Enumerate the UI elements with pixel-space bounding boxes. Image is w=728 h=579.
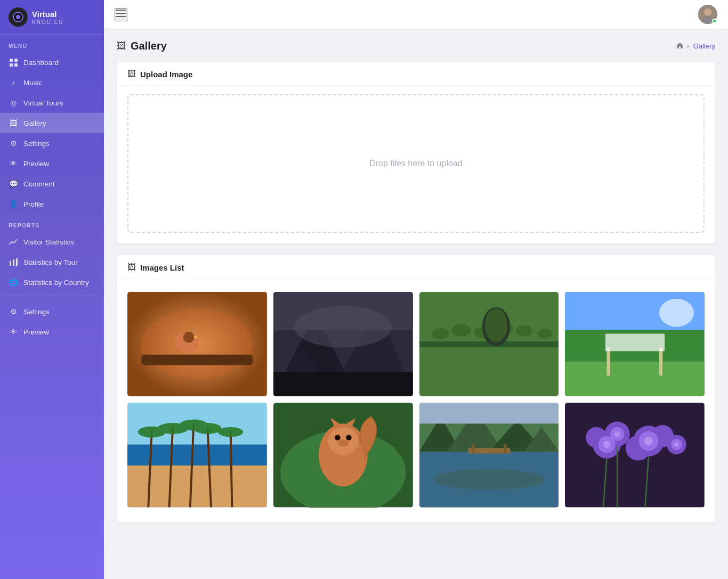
svg-point-30 — [432, 328, 448, 339]
hamburger-button[interactable] — [115, 8, 127, 21]
images-card-title: Images List — [140, 263, 184, 272]
svg-point-31 — [451, 324, 471, 337]
sidebar-item-visitor-statistics[interactable]: Visitor Statistics — [0, 232, 104, 252]
user-icon: 👤 — [9, 199, 18, 209]
sidebar-item-settings[interactable]: ⚙ Settings — [0, 133, 104, 153]
svg-rect-77 — [504, 445, 506, 454]
sidebar-item-stats-by-country[interactable]: 🌐 Statistics by Country — [0, 272, 104, 292]
svg-point-56 — [193, 423, 221, 434]
sidebar-item-settings2[interactable]: ⚙ Settings — [0, 301, 104, 322]
image-thumb-5[interactable] — [127, 403, 267, 507]
avatar-wrapper[interactable] — [698, 5, 717, 24]
eye-icon: 👁 — [9, 159, 18, 168]
svg-rect-27 — [273, 372, 413, 397]
svg-point-92 — [614, 431, 620, 437]
images-card-header: 🖼 Images List — [117, 255, 715, 279]
svg-point-93 — [675, 443, 679, 447]
sidebar: Virtual KNOU.EU MENU Dashboard ♪ Music ◎… — [0, 0, 104, 579]
image-thumb-6[interactable] — [273, 403, 413, 507]
music-icon: ♪ — [9, 78, 18, 87]
svg-rect-7 — [13, 259, 14, 266]
svg-point-37 — [485, 308, 507, 342]
grid-icon — [9, 58, 18, 67]
svg-point-34 — [515, 325, 532, 337]
svg-point-74 — [433, 469, 545, 490]
topbar — [104, 0, 728, 29]
upload-card-header: 🖼 Upload Image — [117, 62, 715, 86]
sidebar-logo[interactable]: Virtual KNOU.EU — [0, 0, 104, 35]
eye2-icon: 👁 — [9, 327, 18, 337]
bar-chart-icon — [9, 257, 18, 267]
settings-icon: ⚙ — [9, 138, 18, 148]
reports-section-label: REPORTS — [0, 214, 104, 232]
image-icon: 🖼 — [9, 118, 18, 128]
logo-name: Virtual — [32, 10, 64, 19]
sidebar-label-preview2: Preview — [23, 328, 49, 336]
upload-card-body: Drop files here to upload — [117, 86, 715, 243]
sidebar-item-dashboard[interactable]: Dashboard — [0, 52, 104, 72]
svg-point-57 — [218, 427, 243, 437]
sidebar-label-comment: Comment — [23, 180, 55, 188]
dropzone[interactable]: Drop files here to upload — [127, 94, 705, 233]
image-thumb-2[interactable] — [273, 292, 413, 396]
page-content: 🖼 Gallery » Gallery 🖼 Upload Image — [104, 29, 728, 579]
page-title-wrap: 🖼 Gallery — [117, 40, 167, 52]
image-thumb-4[interactable] — [565, 292, 705, 396]
sidebar-item-music[interactable]: ♪ Music — [0, 72, 104, 93]
sidebar-label-settings: Settings — [23, 140, 50, 148]
logo-tagline: KNOU.EU — [32, 19, 64, 25]
sidebar-item-preview2[interactable]: 👁 Preview — [0, 322, 104, 342]
upload-card: 🖼 Upload Image Drop files here to upload — [117, 62, 715, 243]
sidebar-item-stats-by-tour[interactable]: Statistics by Tour — [0, 252, 104, 272]
image-pine — [419, 292, 559, 396]
svg-rect-42 — [605, 334, 665, 352]
image-thumb-1[interactable] — [127, 292, 267, 396]
svg-point-19 — [183, 332, 195, 343]
sidebar-item-preview[interactable]: 👁 Preview — [0, 153, 104, 174]
image-thumb-7[interactable] — [419, 403, 559, 507]
sidebar-label-dashboard: Dashboard — [23, 59, 59, 67]
page-header: 🖼 Gallery » Gallery — [117, 40, 715, 52]
svg-point-90 — [603, 441, 610, 448]
svg-rect-76 — [472, 445, 474, 454]
svg-rect-40 — [607, 348, 611, 376]
svg-rect-3 — [14, 59, 18, 62]
upload-card-icon: 🖼 — [127, 69, 136, 79]
sidebar-label-gallery: Gallery — [23, 119, 46, 127]
page-title: Gallery — [131, 40, 167, 52]
svg-point-26 — [294, 306, 392, 348]
svg-rect-73 — [419, 403, 559, 423]
main-wrapper: 🖼 Gallery » Gallery 🖼 Upload Image — [104, 0, 728, 579]
svg-rect-6 — [10, 261, 11, 266]
image-thumb-8[interactable] — [565, 403, 705, 507]
image-squirrel — [273, 403, 413, 507]
sidebar-label-profile: Profile — [23, 200, 44, 208]
svg-rect-41 — [659, 348, 663, 376]
svg-point-35 — [537, 329, 553, 338]
breadcrumb-current: Gallery — [693, 42, 715, 50]
sidebar-item-virtual-tours[interactable]: ◎ Virtual Tours — [0, 93, 104, 113]
sidebar-label-preview: Preview — [23, 160, 49, 168]
images-card-body — [117, 279, 715, 523]
svg-rect-2 — [10, 59, 13, 62]
svg-point-13 — [704, 9, 711, 16]
svg-point-1 — [16, 15, 20, 19]
images-grid — [127, 288, 705, 512]
sidebar-item-gallery[interactable]: 🖼 Gallery — [0, 113, 104, 133]
sidebar-item-profile[interactable]: 👤 Profile — [0, 194, 104, 214]
location-icon: ◎ — [9, 98, 18, 108]
logo-text-wrap: Virtual KNOU.EU — [32, 10, 64, 25]
sidebar-label-stats-country: Statistics by Country — [23, 279, 89, 287]
svg-rect-39 — [565, 362, 705, 396]
sidebar-item-comment[interactable]: 💬 Comment — [0, 174, 104, 194]
image-thumb-3[interactable] — [419, 292, 559, 396]
dropzone-text: Drop files here to upload — [369, 159, 462, 168]
images-card: 🖼 Images List — [117, 255, 715, 523]
breadcrumb-sep: » — [686, 42, 690, 50]
sidebar-label-music: Music — [23, 79, 42, 87]
svg-rect-4 — [10, 63, 13, 67]
image-flowers — [565, 403, 705, 507]
sidebar-divider — [0, 297, 104, 297]
images-card-icon: 🖼 — [127, 263, 136, 272]
settings2-icon: ⚙ — [9, 307, 18, 316]
